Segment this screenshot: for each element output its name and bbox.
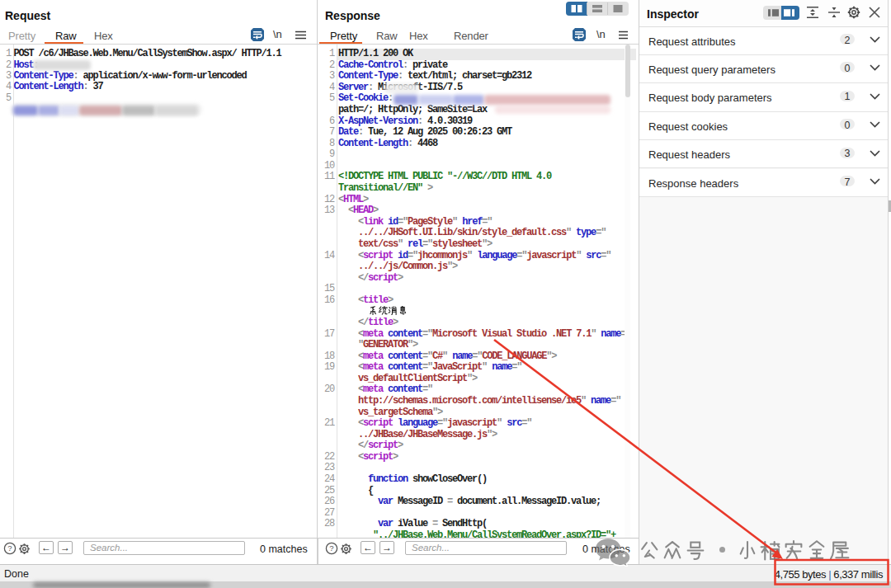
svg-text:?: ?	[7, 543, 12, 553]
svg-text:?: ?	[329, 543, 333, 553]
